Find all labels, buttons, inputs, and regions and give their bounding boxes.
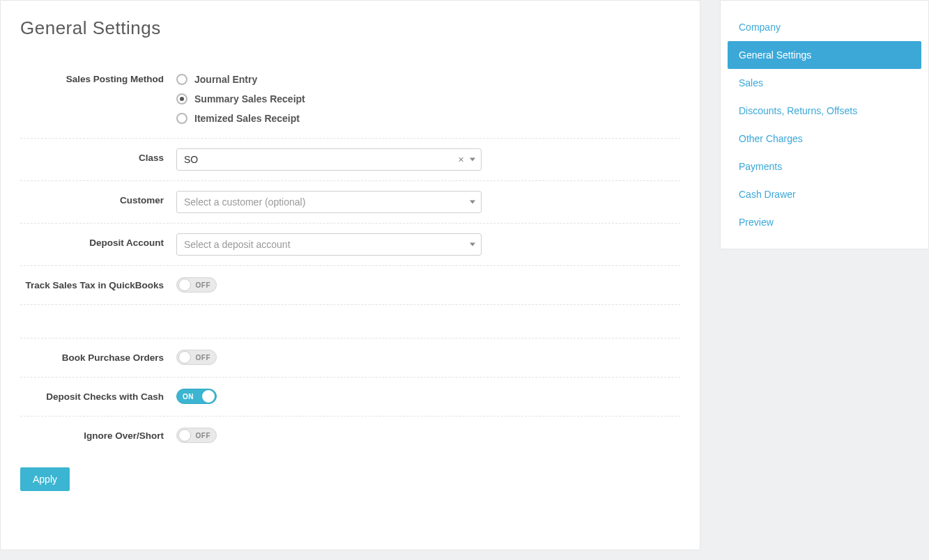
label-class: Class	[20, 148, 176, 163]
field-deposit-checks: Deposit Checks with Cash ON	[20, 378, 680, 417]
toggle-knob	[178, 279, 191, 291]
apply-button[interactable]: Apply	[20, 467, 70, 491]
toggle-knob	[202, 390, 215, 403]
nav-company[interactable]: Company	[728, 13, 921, 41]
toggle-text: OFF	[196, 354, 211, 361]
nav-cash-drawer[interactable]: Cash Drawer	[728, 180, 921, 208]
label-deposit-account: Deposit Account	[20, 233, 176, 248]
chevron-down-icon	[470, 158, 475, 162]
field-book-purchase-orders: Book Purchase Orders OFF	[20, 339, 680, 378]
radio-group-sales-posting: Journal Entry Summary Sales Receipt Item…	[176, 70, 491, 128]
deposit-account-select-placeholder: Select a deposit account	[184, 239, 291, 250]
field-deposit-account: Deposit Account Select a deposit account	[20, 224, 680, 266]
nav-preview[interactable]: Preview	[728, 208, 921, 236]
radio-summary-sales-receipt[interactable]: Summary Sales Receipt	[176, 89, 491, 109]
label-deposit-checks: Deposit Checks with Cash	[20, 387, 176, 402]
settings-nav: Company General Settings Sales Discounts…	[720, 0, 929, 249]
field-track-sales-tax: Track Sales Tax in QuickBooks OFF	[20, 266, 680, 305]
radio-itemized-sales-receipt[interactable]: Itemized Sales Receipt	[176, 109, 491, 128]
field-class: Class SO ✕	[20, 139, 680, 181]
clear-icon[interactable]: ✕	[458, 155, 464, 164]
deposit-account-select[interactable]: Select a deposit account	[176, 233, 482, 256]
customer-select-placeholder: Select a customer (optional)	[184, 196, 305, 208]
field-customer: Customer Select a customer (optional)	[20, 181, 680, 224]
toggle-text: OFF	[196, 281, 211, 289]
toggle-text: ON	[183, 393, 194, 400]
toggle-ignore-over-short[interactable]: OFF	[176, 428, 217, 443]
field-ignore-over-short: Ignore Over/Short OFF	[20, 417, 680, 455]
toggle-text: OFF	[196, 432, 211, 440]
radio-journal-entry[interactable]: Journal Entry	[176, 70, 491, 89]
label-sales-posting-method: Sales Posting Method	[20, 70, 176, 84]
section-spacer	[20, 305, 680, 339]
page-title: General Settings	[20, 17, 680, 39]
nav-other-charges[interactable]: Other Charges	[728, 125, 921, 153]
radio-icon	[176, 74, 187, 85]
nav-payments[interactable]: Payments	[728, 153, 921, 180]
nav-general-settings[interactable]: General Settings	[728, 41, 921, 69]
radio-label: Journal Entry	[194, 74, 257, 85]
general-settings-panel: General Settings Sales Posting Method Jo…	[0, 0, 700, 550]
radio-label: Summary Sales Receipt	[194, 93, 305, 104]
class-select[interactable]: SO ✕	[176, 148, 482, 171]
toggle-deposit-checks[interactable]: ON	[176, 389, 217, 404]
toggle-knob	[178, 351, 191, 364]
nav-discounts-returns-offsets[interactable]: Discounts, Returns, Offsets	[728, 97, 921, 125]
radio-label: Itemized Sales Receipt	[194, 113, 300, 124]
class-select-value: SO	[184, 154, 198, 165]
radio-icon	[176, 113, 187, 124]
chevron-down-icon	[470, 243, 475, 247]
label-track-sales-tax: Track Sales Tax in QuickBooks	[20, 276, 176, 290]
radio-icon	[176, 93, 187, 104]
label-book-purchase-orders: Book Purchase Orders	[20, 348, 176, 363]
field-sales-posting-method: Sales Posting Method Journal Entry Summa…	[20, 60, 680, 139]
label-customer: Customer	[20, 191, 176, 205]
chevron-down-icon	[470, 201, 475, 204]
nav-sales[interactable]: Sales	[728, 69, 921, 97]
customer-select[interactable]: Select a customer (optional)	[176, 191, 482, 213]
toggle-knob	[178, 429, 191, 442]
toggle-book-purchase-orders[interactable]: OFF	[176, 350, 217, 365]
toggle-track-sales-tax[interactable]: OFF	[176, 277, 217, 293]
label-ignore-over-short: Ignore Over/Short	[20, 426, 176, 441]
